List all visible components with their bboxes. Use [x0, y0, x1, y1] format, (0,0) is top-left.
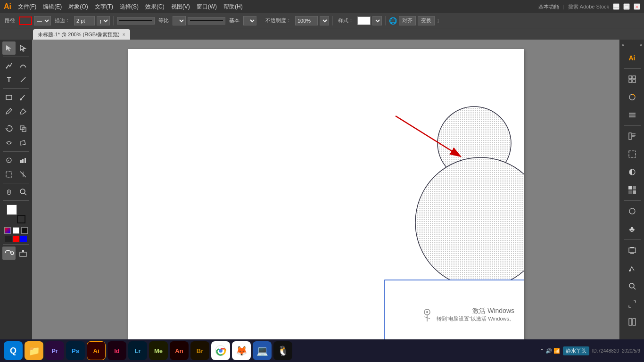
appearance-panel-btn[interactable]: [624, 89, 641, 106]
taskbar-bridge[interactable]: Br: [190, 341, 209, 360]
stroke-width-input[interactable]: [74, 16, 95, 25]
zoom-tool[interactable]: [17, 185, 30, 198]
taskbar-illustrator[interactable]: Ai: [87, 341, 106, 360]
search-stock[interactable]: 搜索 Adobe Stock: [568, 3, 609, 10]
extra-icon[interactable]: ↕: [437, 17, 439, 24]
document-tab[interactable]: 未标题-1* @ 200% (RGB/像素预览) ×: [33, 29, 130, 40]
type-tool[interactable]: T: [2, 73, 16, 86]
shape-builder-tool[interactable]: [2, 247, 16, 260]
menu-panel-btn[interactable]: [624, 107, 641, 123]
canvas-area[interactable]: 激活 Windows 转到"电脑设置"以激活 Windows。: [32, 40, 619, 359]
taskbar-me[interactable]: Me: [149, 341, 168, 360]
close-button[interactable]: ×: [634, 3, 640, 10]
column-graph-tool[interactable]: [17, 154, 30, 167]
line2-inner: [190, 20, 223, 21]
menu-select[interactable]: 选择(S): [117, 2, 141, 12]
black-fill[interactable]: [21, 227, 28, 234]
live-paint-tool[interactable]: [17, 247, 30, 260]
ai-panel-icon[interactable]: Ai: [624, 49, 641, 66]
taskbar-edge[interactable]: Q: [4, 341, 23, 360]
stroke-color-preview[interactable]: [19, 16, 32, 25]
taskbar-penguin[interactable]: 🐧: [273, 341, 292, 360]
swatches-panel-btn[interactable]: [624, 181, 641, 198]
menu-text[interactable]: 文字(T): [92, 2, 116, 12]
opacity-input[interactable]: [295, 16, 318, 25]
paint2-panel-btn[interactable]: [624, 260, 641, 277]
stroke-color[interactable]: [17, 215, 25, 223]
taskbar-lightroom[interactable]: Lr: [128, 341, 147, 360]
menu-bar: 文件(F) 编辑(E) 对象(O) 文字(T) 选择(S) 效果(C) 视图(V…: [15, 2, 246, 12]
globe-icon[interactable]: 🌐: [389, 17, 397, 25]
line-select[interactable]: ▼: [173, 16, 186, 25]
align-button[interactable]: 对齐: [399, 16, 416, 25]
eraser-tool[interactable]: [17, 105, 30, 118]
menu-file[interactable]: 文件(F): [15, 2, 39, 12]
menu-help[interactable]: 帮助(H): [221, 2, 246, 12]
layers-panel-btn[interactable]: [624, 242, 641, 259]
white-fill[interactable]: [13, 227, 19, 234]
pen-tool[interactable]: [2, 59, 16, 72]
direct-select-tool[interactable]: [17, 41, 30, 55]
line2-select[interactable]: ▼: [243, 16, 256, 25]
transform2-panel-btn[interactable]: [624, 146, 641, 163]
line-tool[interactable]: [17, 73, 30, 86]
curvature-tool[interactable]: [17, 59, 30, 72]
style-color[interactable]: [357, 16, 371, 25]
tab-close[interactable]: ×: [123, 32, 125, 37]
menu-window[interactable]: 窗口(W): [194, 2, 220, 12]
swatch-blue[interactable]: [20, 236, 27, 242]
rotate-tool[interactable]: [2, 122, 16, 135]
symbol-tool[interactable]: *: [2, 154, 16, 167]
taskbar-system[interactable]: 💻: [253, 341, 272, 360]
hand-tool[interactable]: [2, 185, 16, 198]
stroke-unit-select[interactable]: pt: [97, 16, 110, 25]
club-panel-btn[interactable]: ♣: [624, 221, 641, 238]
stroke-type-select[interactable]: —: [34, 16, 51, 25]
taskbar-chrome[interactable]: [211, 341, 230, 360]
menu-edit[interactable]: 编辑(E): [40, 2, 65, 12]
line-style-preview[interactable]: [117, 17, 155, 25]
warp-tool[interactable]: [2, 136, 16, 149]
menu-object[interactable]: 对象(O): [66, 2, 91, 12]
swatch-black[interactable]: [5, 236, 12, 242]
basic-function[interactable]: 基本功能: [538, 3, 559, 10]
color-selector[interactable]: [7, 205, 25, 223]
svg-rect-51: [633, 319, 636, 325]
color-swatches-row: [5, 236, 27, 242]
transform-panel-btn[interactable]: [624, 71, 641, 88]
taskbar-photoshop[interactable]: Ps: [66, 341, 85, 360]
fill-color[interactable]: [7, 205, 17, 215]
style-select[interactable]: ▼: [372, 16, 382, 25]
free-transform[interactable]: [17, 136, 30, 149]
expand-panel-btn[interactable]: [624, 296, 641, 313]
select-tool[interactable]: [2, 41, 16, 55]
sep2: [260, 16, 260, 25]
taskbar-indesign[interactable]: Id: [107, 341, 126, 360]
artboard-tool[interactable]: [2, 168, 16, 181]
rectangle-tool[interactable]: [2, 90, 16, 104]
menu-view[interactable]: 视图(V): [168, 2, 193, 12]
transform-button[interactable]: 变换: [418, 16, 435, 25]
color-panel-btn[interactable]: [624, 164, 641, 181]
scale-tool[interactable]: [17, 122, 30, 135]
paragraph-panel-btn[interactable]: [624, 128, 641, 145]
minimize-button[interactable]: —: [613, 3, 619, 10]
taskbar-folder[interactable]: 📁: [25, 341, 43, 360]
panel2-btn[interactable]: [624, 313, 641, 330]
taskbar-animate[interactable]: An: [170, 341, 189, 360]
circle-panel-btn[interactable]: [624, 203, 641, 220]
opacity-select[interactable]: ▼: [320, 16, 329, 25]
pencil-tool[interactable]: [2, 105, 16, 118]
taskbar-firefox[interactable]: 🦊: [232, 341, 251, 360]
zoom-panel-btn[interactable]: [624, 278, 641, 295]
menu-effect[interactable]: 效果(C): [142, 2, 167, 12]
slice-tool[interactable]: [17, 168, 30, 181]
none-icon[interactable]: [4, 227, 11, 234]
line-style2-preview[interactable]: [188, 17, 225, 25]
panel-collapse-btn[interactable]: »: [639, 42, 642, 48]
paintbrush-tool[interactable]: [17, 90, 30, 104]
taskbar-premiere[interactable]: Pr: [45, 341, 64, 360]
panel-expand-btn[interactable]: «: [622, 42, 625, 48]
swatch-red[interactable]: [13, 236, 19, 242]
maximize-button[interactable]: □: [623, 3, 630, 10]
